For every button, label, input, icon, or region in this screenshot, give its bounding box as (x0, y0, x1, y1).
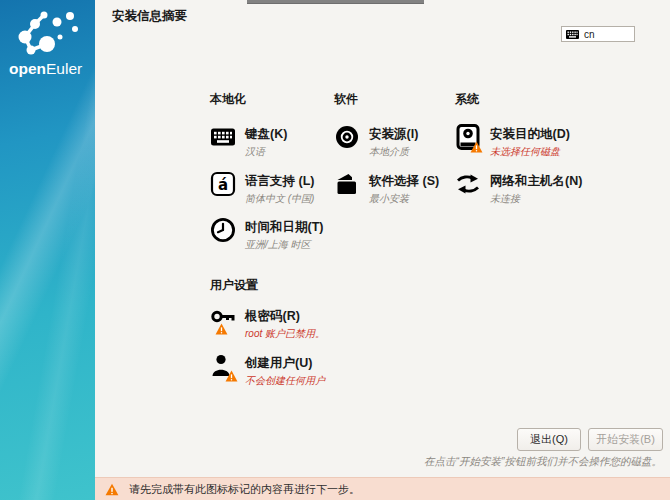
installer-window: openEuler 安装信息摘要 cn 本地化 软件 系统 用户设置 (0, 0, 670, 500)
window-handle-strip (247, 0, 424, 4)
spoke-label: 键盘(K) (245, 127, 287, 141)
sidebar: openEuler (0, 0, 95, 500)
section-title-system: 系统 (455, 91, 479, 108)
keyboard-icon (210, 124, 236, 150)
spoke-software-selection[interactable]: 软件选择 (S) 最小安装 (334, 171, 439, 206)
quit-button[interactable]: 退出(Q) (517, 428, 581, 451)
spoke-label: 时间和日期(T) (245, 220, 323, 234)
spoke-network-hostname[interactable]: 网络和主机名(N) 未连接 (455, 171, 582, 206)
svg-text:á: á (218, 176, 228, 194)
openeuler-logo-icon (0, 4, 95, 62)
spoke-keyboard[interactable]: 键盘(K) 汉语 (210, 124, 287, 159)
brand-open: open (9, 60, 46, 77)
harddisk-icon (455, 124, 481, 150)
section-title-localization: 本地化 (210, 91, 246, 108)
language-icon: á (210, 171, 236, 197)
spoke-installation-source[interactable]: 安装源(I) 本地介质 (334, 124, 418, 159)
clock-icon (210, 217, 236, 243)
spoke-status: 未选择任何磁盘 (490, 145, 570, 159)
spoke-root-password[interactable]: 根密码(R) root 账户已禁用。 (210, 306, 325, 341)
keyboard-layout-label: cn (584, 29, 595, 40)
brand-euler: Euler (46, 60, 82, 77)
begin-installation-button[interactable]: 开始安装(B) (588, 428, 663, 451)
package-icon (334, 171, 360, 197)
warning-bar: 请先完成带有此图标标记的内容再进行下一步。 (95, 477, 670, 500)
keyboard-icon (566, 30, 579, 39)
spoke-installation-destination[interactable]: 安装目的地(D) 未选择任何磁盘 (455, 124, 570, 159)
spoke-label: 根密码(R) (245, 309, 300, 323)
spoke-time-date[interactable]: 时间和日期(T) 亚洲/上海 时区 (210, 217, 323, 252)
spoke-status: 简体中文 (中国) (245, 192, 314, 206)
keyboard-layout-indicator[interactable]: cn (561, 26, 635, 42)
spoke-user-creation[interactable]: 创建用户(U) 不会创建任何用户 (210, 353, 325, 388)
spoke-status: 不会创建任何用户 (245, 374, 325, 388)
warning-triangle-icon (225, 370, 238, 382)
spoke-label: 网络和主机名(N) (490, 174, 582, 188)
spoke-label: 创建用户(U) (245, 356, 312, 370)
spoke-status: 亚洲/上海 时区 (245, 238, 323, 252)
warning-bar-message: 请先完成带有此图标标记的内容再进行下一步。 (129, 482, 360, 497)
user-icon (210, 353, 236, 379)
disc-icon (334, 124, 360, 150)
brand-logo: openEuler (9, 60, 82, 78)
warning-triangle-icon (105, 483, 119, 496)
warning-triangle-icon (215, 323, 228, 335)
network-icon (455, 171, 481, 197)
spoke-language-support[interactable]: á 语言支持 (L) 简体中文 (中国) (210, 171, 314, 206)
spoke-label: 安装源(I) (369, 127, 418, 141)
spoke-status: 汉语 (245, 145, 287, 159)
spoke-label: 安装目的地(D) (490, 127, 570, 141)
spoke-label: 语言支持 (L) (245, 174, 314, 188)
page-title: 安装信息摘要 (112, 8, 187, 25)
spoke-status: 最小安装 (369, 192, 439, 206)
spoke-status: 未连接 (490, 192, 582, 206)
key-icon (210, 306, 236, 332)
warning-triangle-icon (470, 141, 483, 153)
spoke-status: 本地介质 (369, 145, 418, 159)
footer-note: 在点击“开始安装”按钮前我们并不会操作您的磁盘。 (424, 455, 662, 469)
section-title-software: 软件 (334, 91, 358, 108)
spoke-label: 软件选择 (S) (369, 174, 439, 188)
spoke-status: root 账户已禁用。 (245, 327, 325, 341)
section-title-user-settings: 用户设置 (210, 277, 258, 294)
